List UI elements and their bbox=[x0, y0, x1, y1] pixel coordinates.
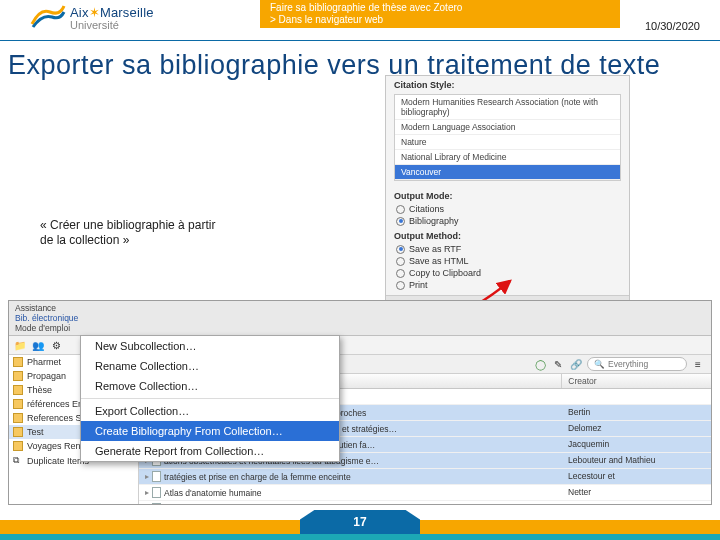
doc-icon bbox=[152, 471, 161, 482]
zotero-top-accordion: Assistance Bib. électronique Mode d'empl… bbox=[9, 301, 711, 336]
instruction-bubble: « Créer une bibliographie à partir de la… bbox=[40, 218, 225, 248]
new-collection-icon[interactable]: 📁 bbox=[13, 338, 27, 352]
folder-icon bbox=[13, 399, 23, 409]
slide-date: 10/30/2020 bbox=[645, 20, 700, 32]
wand-icon[interactable]: ✎ bbox=[551, 357, 565, 371]
banner-line-1: Faire sa bibliographie de thèse avec Zot… bbox=[270, 2, 610, 14]
folder-icon bbox=[13, 441, 23, 451]
citation-style-list[interactable]: Modern Humanities Research Association (… bbox=[394, 94, 621, 181]
create-bibliography-dialog: Citation Style: Modern Humanities Resear… bbox=[385, 75, 630, 321]
expand-icon[interactable]: ▸ bbox=[145, 488, 149, 497]
style-option[interactable]: Modern Language Association bbox=[395, 120, 620, 135]
collection-context-menu: New Subcollection… Rename Collection… Re… bbox=[80, 335, 340, 462]
folder-icon bbox=[13, 427, 23, 437]
table-row[interactable]: ▸tratégies et prise en charge de la femm… bbox=[139, 469, 711, 485]
method-print-radio[interactable]: Print bbox=[386, 279, 629, 291]
accordion-item[interactable]: Mode d'emploi bbox=[15, 323, 705, 333]
slide-header: Aix✶Marseille Université Faire sa biblio… bbox=[0, 0, 720, 40]
radio-icon bbox=[396, 245, 405, 254]
output-method-label: Output Method: bbox=[386, 227, 629, 243]
folder-icon bbox=[13, 357, 23, 367]
method-clipboard-radio[interactable]: Copy to Clipboard bbox=[386, 267, 629, 279]
menu-export-collection[interactable]: Export Collection… bbox=[81, 401, 339, 421]
banner-line-2: > Dans le navigateur web bbox=[270, 14, 610, 26]
table-row[interactable]: ▸Atlas d'anatomie humaineNetter and Kami… bbox=[139, 501, 711, 505]
style-option[interactable]: National Library of Medicine bbox=[395, 150, 620, 165]
menu-create-bibliography[interactable]: Create Bibliography From Collection… bbox=[81, 421, 339, 441]
mode-citations-radio[interactable]: Citations bbox=[386, 203, 629, 215]
folder-icon bbox=[13, 371, 23, 381]
gear-icon[interactable]: ⚙ bbox=[49, 338, 63, 352]
menu-remove-collection[interactable]: Remove Collection… bbox=[81, 376, 339, 396]
expand-icon[interactable]: ▸ bbox=[145, 472, 149, 481]
style-option[interactable]: Modern Humanities Research Association (… bbox=[395, 95, 620, 120]
mode-bibliography-radio[interactable]: Bibliography bbox=[386, 215, 629, 227]
table-row[interactable]: ▸Atlas d'anatomie humaineNetter bbox=[139, 485, 711, 501]
search-input[interactable]: 🔍Everything bbox=[587, 357, 687, 371]
university-logo: Aix✶Marseille Université bbox=[30, 2, 154, 32]
doc-icon bbox=[152, 487, 161, 498]
duplicate-icon: ⧉ bbox=[13, 455, 23, 466]
method-html-radio[interactable]: Save as HTML bbox=[386, 255, 629, 267]
menu-separator bbox=[81, 398, 339, 399]
radio-icon bbox=[396, 269, 405, 278]
output-mode-label: Output Mode: bbox=[386, 187, 629, 203]
folder-icon bbox=[13, 385, 23, 395]
citation-style-label: Citation Style: bbox=[386, 76, 629, 92]
accordion-item[interactable]: Assistance bbox=[15, 303, 705, 313]
radio-icon bbox=[396, 281, 405, 290]
radio-icon bbox=[396, 217, 405, 226]
radio-icon bbox=[396, 257, 405, 266]
doc-icon bbox=[152, 503, 161, 505]
logo-subtitle: Université bbox=[70, 19, 154, 31]
menu-icon[interactable]: ≡ bbox=[691, 357, 705, 371]
page-number-badge: 17 bbox=[300, 510, 420, 534]
header-divider bbox=[0, 40, 720, 41]
new-group-icon[interactable]: 👥 bbox=[31, 338, 45, 352]
menu-rename-collection[interactable]: Rename Collection… bbox=[81, 356, 339, 376]
search-icon: 🔍 bbox=[594, 359, 605, 369]
footer-accent bbox=[0, 534, 720, 540]
method-rtf-radio[interactable]: Save as RTF bbox=[386, 243, 629, 255]
logo-text: Aix✶Marseille bbox=[70, 5, 154, 20]
radio-icon bbox=[396, 205, 405, 214]
link-icon[interactable]: 🔗 bbox=[569, 357, 583, 371]
style-option[interactable]: Nature bbox=[395, 135, 620, 150]
add-item-icon[interactable]: ◯ bbox=[533, 357, 547, 371]
logo-swoosh-icon bbox=[30, 2, 66, 32]
style-option-selected[interactable]: Vancouver bbox=[395, 165, 620, 180]
accordion-item[interactable]: Bib. électronique bbox=[15, 313, 705, 323]
expand-icon[interactable]: ▸ bbox=[145, 504, 149, 505]
menu-generate-report[interactable]: Generate Report from Collection… bbox=[81, 441, 339, 461]
col-creator[interactable]: Creator bbox=[562, 374, 711, 388]
folder-icon bbox=[13, 413, 23, 423]
menu-new-subcollection[interactable]: New Subcollection… bbox=[81, 336, 339, 356]
breadcrumb-banner: Faire sa bibliographie de thèse avec Zot… bbox=[260, 0, 620, 28]
